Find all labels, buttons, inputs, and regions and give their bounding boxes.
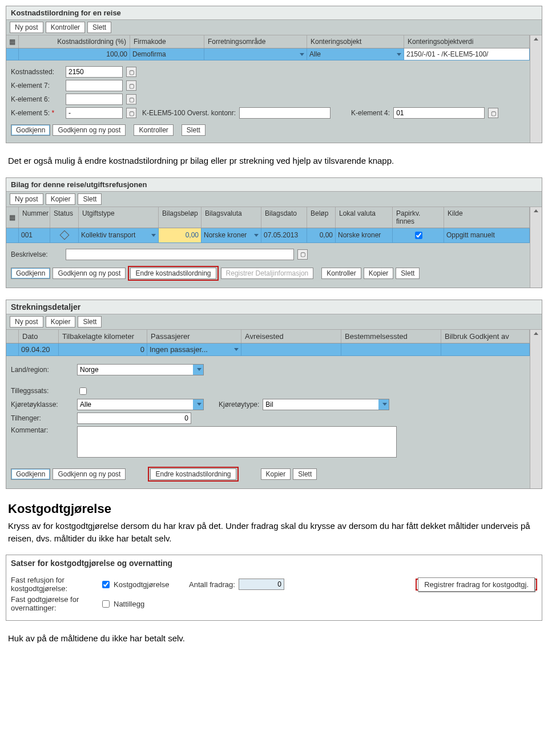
- input-antall-fradrag[interactable]: [239, 579, 284, 590]
- input-kel6[interactable]: [66, 94, 123, 105]
- input-land[interactable]: [78, 365, 193, 375]
- slett-button[interactable]: Slett: [78, 316, 102, 328]
- panel-title: Kostnadstilordning for en reise: [6, 6, 542, 20]
- lookup-icon[interactable]: ▢: [126, 94, 136, 104]
- cell-pct: 100,00: [19, 48, 130, 60]
- status-diamond-icon: [59, 231, 69, 240]
- scrollbar[interactable]: [530, 35, 542, 143]
- highlight-box: Endre kostnadstilordning: [148, 467, 238, 482]
- lookup-icon[interactable]: ▢: [488, 108, 498, 118]
- cell-verdi: 2150/-/01 - /K-ELEM5-100/: [404, 48, 530, 60]
- cell-num: 001: [19, 228, 50, 242]
- godkjenn-button[interactable]: Godkjenn: [11, 468, 50, 480]
- kontroller-button[interactable]: Kontroller: [46, 22, 85, 33]
- lbl-kel6: K-element 6:: [11, 95, 62, 103]
- input-beskrivelse[interactable]: [66, 249, 294, 260]
- cell-pas: Ingen passasjer...: [150, 345, 208, 354]
- godkjenn-ny-post-button[interactable]: Godkjenn og ny post: [53, 124, 126, 136]
- body-text: Det er også mulig å endre kostnadstilord…: [8, 155, 540, 167]
- combo-kklasse[interactable]: [77, 399, 204, 410]
- col-num: Nummer: [19, 207, 50, 228]
- panel-title: Satser for kostgodtgjørelse og overnatti…: [6, 555, 542, 571]
- col-bel: Beløp: [307, 207, 336, 228]
- kontroller-button[interactable]: Kontroller: [134, 124, 173, 136]
- col-verdi: Konteringsobjektverdi: [404, 35, 530, 48]
- dropdown-icon[interactable]: [397, 53, 401, 56]
- checkbox-kostgodt[interactable]: [102, 581, 110, 588]
- table-row[interactable]: 100,00 Demofirma Alle 2150/-/01 - /K-ELE…: [6, 48, 530, 60]
- input-ktype[interactable]: [263, 399, 378, 410]
- panel-title: Bilag for denne reise/utgiftsrefusjonen: [6, 178, 542, 192]
- input-kel4[interactable]: [393, 107, 485, 119]
- lookup-icon[interactable]: ▢: [126, 67, 136, 77]
- lbl-kel7: K-element 7:: [11, 82, 62, 90]
- registrer-detalj-button: Registrer Detaljinformasjon: [221, 268, 314, 279]
- body-text: Kryss av for kostgodtgjørelse dersom du …: [8, 520, 540, 545]
- lbl-nattillegg: Nattillegg: [114, 600, 144, 608]
- scrollbar[interactable]: [530, 330, 542, 488]
- textarea-kommentar[interactable]: [77, 426, 397, 458]
- nypost-button[interactable]: Ny post: [10, 316, 43, 328]
- col-km: Tilbakelagte kilometer: [59, 330, 147, 343]
- papirkv-checkbox[interactable]: [415, 232, 422, 239]
- slett-button[interactable]: Slett: [78, 193, 102, 205]
- col-pf: Papirkv. finnes: [393, 207, 444, 228]
- panel-title: Strekningsdetaljer: [6, 300, 542, 314]
- heading-kostgodtgjorelse: Kostgodtgjørelse: [8, 502, 540, 516]
- lbl-antall-fradrag: Antall fradrag:: [189, 580, 235, 589]
- nypost-button[interactable]: Ny post: [10, 22, 43, 33]
- lbl-kklasse: Kjøretøyklasse:: [11, 401, 74, 409]
- godkjenn-button[interactable]: Godkjenn: [11, 124, 50, 136]
- col-utg: Utgiftstype: [79, 207, 159, 228]
- checkbox-nattillegg[interactable]: [102, 600, 110, 608]
- dropdown-icon[interactable]: [151, 234, 156, 237]
- table-row[interactable]: 09.04.20 0 Ingen passasjer...: [6, 343, 530, 356]
- input-kel5[interactable]: [66, 107, 123, 119]
- col-bv: Bilagsvaluta: [202, 207, 261, 228]
- input-tilhenger[interactable]: [77, 413, 191, 424]
- col-bd: Bilagsdato: [261, 207, 307, 228]
- slett-button[interactable]: Slett: [87, 22, 111, 33]
- kopier-button[interactable]: Kopier: [46, 193, 76, 205]
- lbl-fast-godtgjorelse: Fast godtgjørelse for overnattinger:: [11, 595, 96, 612]
- lookup-icon[interactable]: ▢: [297, 249, 308, 260]
- cell-kilde: Oppgitt manuelt: [444, 228, 530, 242]
- checkbox-tillegg[interactable]: [79, 387, 87, 395]
- endre-kostnad-button[interactable]: Endre kostnadstilordning: [150, 468, 236, 480]
- nypost-button[interactable]: Ny post: [10, 193, 43, 205]
- lbl-kel5mid: K-ELEM5-100 Overst. kontonr:: [142, 109, 236, 117]
- kopier-button[interactable]: Kopier: [46, 316, 76, 328]
- input-kel5mid[interactable]: [239, 107, 331, 119]
- input-kostnadssted[interactable]: [66, 66, 123, 78]
- combo-land[interactable]: [77, 364, 204, 375]
- kopier-button[interactable]: Kopier: [364, 268, 394, 279]
- dropdown-icon[interactable]: [300, 53, 304, 56]
- slett-button[interactable]: Slett: [396, 268, 420, 279]
- lbl-fast-refusjon: Fast refusjon for kostgodtgjørelse:: [11, 576, 96, 593]
- slett-button[interactable]: Slett: [182, 124, 206, 136]
- godkjenn-button[interactable]: Godkjenn: [11, 268, 50, 279]
- dropdown-icon[interactable]: [254, 234, 259, 237]
- button-bar: Ny post Kontroller Slett: [6, 20, 542, 35]
- table-row[interactable]: 001 Kollektiv transport 0,00 Norske kron…: [6, 228, 530, 243]
- row-icon-col: ▦: [6, 35, 19, 48]
- godkjenn-ny-post-button[interactable]: Godkjenn og ny post: [53, 468, 126, 480]
- cell-firma: Demofirma: [130, 48, 204, 60]
- lbl-ktype: Kjøretøytype:: [219, 401, 259, 409]
- dropdown-icon[interactable]: [234, 348, 239, 351]
- scrollbar[interactable]: [530, 207, 542, 288]
- lookup-icon[interactable]: ▢: [126, 108, 136, 118]
- lookup-icon[interactable]: ▢: [126, 80, 136, 91]
- input-kklasse[interactable]: [78, 399, 193, 410]
- registrer-fradrag-button[interactable]: Registrer fradrag for kostgodtgj.: [418, 577, 535, 592]
- slett-button[interactable]: Slett: [293, 468, 317, 480]
- lbl-kommentar: Kommentar:: [11, 426, 74, 434]
- lbl-kel5: K-element 5: *: [11, 109, 62, 117]
- godkjenn-ny-post-button[interactable]: Godkjenn og ny post: [53, 268, 126, 279]
- kopier-button[interactable]: Kopier: [261, 468, 291, 480]
- input-kel7[interactable]: [66, 80, 123, 91]
- lbl-kostgodt: Kostgodtgjørelse: [114, 580, 170, 589]
- combo-ktype[interactable]: [263, 399, 389, 410]
- endre-kostnad-button[interactable]: Endre kostnadstilordning: [130, 268, 216, 279]
- kontroller-button[interactable]: Kontroller: [321, 268, 361, 279]
